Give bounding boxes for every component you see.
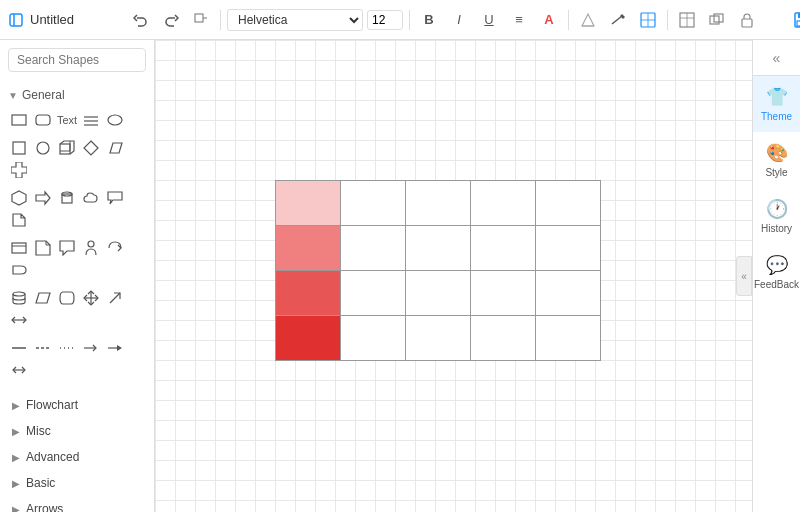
shape-double-arrow[interactable] <box>8 310 30 330</box>
font-selector[interactable]: Helvetica Arial Times New Roman <box>227 9 363 31</box>
shapes-row-5 <box>8 284 146 334</box>
nav-label-misc: Misc <box>26 424 51 438</box>
shape-ellipse[interactable] <box>104 110 126 130</box>
shape-arrow-right[interactable] <box>32 188 54 208</box>
svg-point-32 <box>37 142 49 154</box>
save-button[interactable] <box>788 6 800 34</box>
shape-diamond[interactable] <box>80 138 102 158</box>
svg-rect-15 <box>742 19 752 27</box>
stroke-button[interactable] <box>605 7 631 33</box>
shape-step[interactable] <box>32 288 54 308</box>
table-cell[interactable] <box>406 226 471 271</box>
shape-line-arrow[interactable] <box>80 338 102 358</box>
table-cell[interactable] <box>536 226 601 271</box>
group-button[interactable] <box>704 7 730 33</box>
titlebar-left: Untitled <box>8 12 128 28</box>
italic-button[interactable]: I <box>446 7 472 33</box>
shape-database[interactable] <box>8 288 30 308</box>
shape-person[interactable] <box>80 238 102 258</box>
shape-cross[interactable] <box>8 160 30 180</box>
shape-cloud[interactable] <box>80 188 102 208</box>
table-cell[interactable] <box>406 316 471 361</box>
nav-arrow-arrows: ▶ <box>12 504 20 513</box>
table-cell[interactable] <box>276 181 341 226</box>
shape-speech[interactable] <box>56 238 78 258</box>
table-cell[interactable] <box>536 316 601 361</box>
sidebar-collapse-button[interactable]: « <box>736 256 752 296</box>
shape-arrows-cross[interactable] <box>80 288 102 308</box>
shape-callout[interactable] <box>104 188 126 208</box>
table-cell[interactable] <box>471 271 536 316</box>
search-input[interactable] <box>17 53 155 67</box>
undo-button[interactable] <box>128 7 154 33</box>
align-button[interactable]: ≡ <box>506 7 532 33</box>
general-section-header[interactable]: ▼ General <box>8 84 146 106</box>
connect-button[interactable] <box>635 7 661 33</box>
nav-item-misc[interactable]: ▶ Misc <box>0 418 154 444</box>
feedback-panel-button[interactable]: 💬 FeedBack <box>753 244 800 300</box>
shape-rect2[interactable] <box>8 238 30 258</box>
table-cell[interactable] <box>276 316 341 361</box>
table-cell[interactable] <box>341 181 406 226</box>
svg-marker-36 <box>84 141 98 155</box>
shape-rounded-rect[interactable] <box>32 110 54 130</box>
table-cell[interactable] <box>471 226 536 271</box>
shape-rect-3d[interactable] <box>56 138 78 158</box>
table-cell[interactable] <box>276 271 341 316</box>
shape-curved-arrow[interactable] <box>104 238 126 258</box>
nav-item-arrows[interactable]: ▶ Arrows <box>0 496 154 512</box>
shape-cylinder[interactable] <box>56 188 78 208</box>
general-section: ▼ General Text <box>0 80 154 388</box>
shape-line-solid[interactable] <box>8 338 30 358</box>
table-cell[interactable] <box>341 271 406 316</box>
history-panel-button[interactable]: 🕐 History <box>753 188 800 244</box>
table-cell[interactable] <box>406 271 471 316</box>
table-cell[interactable] <box>276 226 341 271</box>
feedback-label: FeedBack <box>754 279 799 290</box>
font-size-input[interactable] <box>367 10 403 30</box>
shape-hexagon[interactable] <box>8 188 30 208</box>
shape-circle[interactable] <box>32 138 54 158</box>
shape-line-dotted[interactable] <box>56 338 78 358</box>
underline-button[interactable]: U <box>476 7 502 33</box>
shape-lines[interactable] <box>80 110 102 130</box>
shape-doc[interactable] <box>8 210 30 230</box>
panel-collapse-button[interactable]: « <box>753 40 800 76</box>
table-button[interactable] <box>674 7 700 33</box>
search-box[interactable]: 🔍 <box>8 48 146 72</box>
shape-square[interactable] <box>8 138 30 158</box>
theme-icon: 👕 <box>766 86 788 108</box>
shape-curved-rect[interactable] <box>56 288 78 308</box>
fill-button[interactable] <box>575 7 601 33</box>
nav-item-advanced[interactable]: ▶ Advanced <box>0 444 154 470</box>
table-cell[interactable] <box>471 181 536 226</box>
lock-button[interactable] <box>734 7 760 33</box>
style-panel-button[interactable]: 🎨 Style <box>753 132 800 188</box>
table-cell[interactable] <box>341 316 406 361</box>
shape-delay[interactable] <box>8 260 30 280</box>
shape-text[interactable]: Text <box>56 110 78 130</box>
nav-item-basic[interactable]: ▶ Basic <box>0 470 154 496</box>
theme-panel-button[interactable]: 👕 Theme <box>753 76 800 132</box>
shape-parallelogram[interactable] <box>104 138 126 158</box>
table-cell[interactable] <box>406 181 471 226</box>
shape-note[interactable] <box>32 238 54 258</box>
canvas-table[interactable] <box>275 180 601 361</box>
nav-item-flowchart[interactable]: ▶ Flowchart <box>0 392 154 418</box>
shape-line-double-arrow[interactable] <box>8 360 30 380</box>
shape-line-arrow2[interactable] <box>104 338 126 358</box>
shape-line-dashed[interactable] <box>32 338 54 358</box>
shapes-row-3 <box>8 184 146 234</box>
shape-arrow-up-right[interactable] <box>104 288 126 308</box>
table-row <box>276 316 601 361</box>
text-color-button[interactable]: A <box>536 7 562 33</box>
table-cell[interactable] <box>471 316 536 361</box>
redo-button[interactable] <box>158 7 184 33</box>
table-cell[interactable] <box>536 271 601 316</box>
table-cell[interactable] <box>341 226 406 271</box>
canvas-area[interactable]: « <box>155 40 752 512</box>
table-cell[interactable] <box>536 181 601 226</box>
format-paint-button[interactable] <box>188 7 214 33</box>
bold-button[interactable]: B <box>416 7 442 33</box>
shape-rectangle[interactable] <box>8 110 30 130</box>
